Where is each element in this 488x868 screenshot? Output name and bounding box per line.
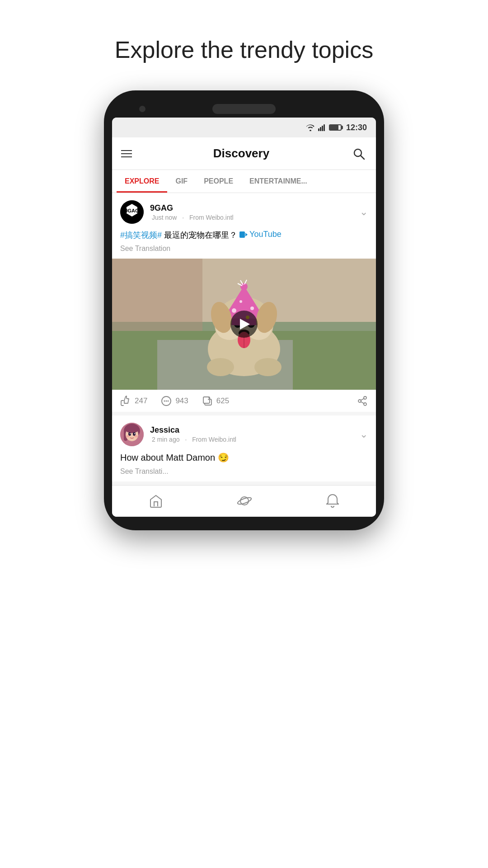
svg-point-58: [133, 432, 136, 436]
search-button[interactable]: [351, 146, 367, 162]
like-count: 247: [135, 396, 147, 406]
post-username: 9GAG: [150, 203, 360, 213]
tab-entertainment[interactable]: ENTERTAINME...: [241, 170, 315, 193]
status-time: 12:30: [346, 123, 367, 132]
svg-line-51: [361, 398, 364, 400]
svg-point-34: [240, 283, 248, 290]
svg-rect-2: [322, 126, 323, 131]
repost-icon: [202, 396, 213, 406]
post-username: Jessica: [150, 425, 360, 435]
post-chevron-icon[interactable]: ⌄: [360, 429, 368, 440]
post-header: 9GAG 9GAG Just now · From Weibo.intl ⌄: [112, 193, 376, 228]
tab-people[interactable]: PEOPLE: [196, 170, 241, 193]
svg-point-45: [168, 400, 169, 401]
9gag-logo-icon: 9GAG: [120, 200, 144, 224]
post-header: Jessica 2 min ago · From Weibo.intl ⌄: [112, 415, 376, 451]
phone-speaker: [212, 104, 276, 114]
svg-point-38: [207, 358, 234, 376]
hashtag-text[interactable]: #搞笑视频#: [120, 231, 162, 240]
feed: 9GAG 9GAG Just now · From Weibo.intl ⌄: [112, 193, 376, 481]
post-body-text: 最逗的宠物在哪里？: [164, 231, 239, 240]
share-icon: [357, 396, 368, 406]
comment-count: 943: [175, 396, 188, 406]
video-icon: [239, 231, 248, 238]
tab-explore[interactable]: EXPLORE: [117, 170, 167, 193]
post-content: #搞笑视频# 最逗的宠物在哪里？ YouTube See Translation: [112, 228, 376, 259]
see-translation[interactable]: See Translation: [120, 243, 368, 254]
svg-line-50: [361, 401, 364, 403]
tab-gif[interactable]: GIF: [167, 170, 196, 193]
youtube-link[interactable]: YouTube: [239, 228, 282, 241]
post-content: How about Matt Damon 😏 See Translati...: [112, 451, 376, 481]
svg-rect-9: [239, 231, 245, 238]
play-button[interactable]: [230, 311, 258, 338]
svg-point-44: [166, 400, 167, 401]
nav-notifications[interactable]: [317, 490, 348, 512]
svg-point-64: [237, 496, 252, 505]
play-icon: [240, 319, 250, 330]
svg-marker-10: [245, 233, 248, 236]
svg-point-61: [126, 435, 130, 437]
nav-discover[interactable]: [228, 491, 261, 511]
action-bar: 247 943: [112, 390, 376, 412]
svg-point-47: [364, 396, 366, 399]
svg-point-30: [232, 308, 236, 313]
post-text: #搞笑视频# 最逗的宠物在哪里？ YouTube: [120, 228, 368, 241]
phone-camera: [139, 106, 145, 112]
like-button[interactable]: 247: [120, 396, 147, 406]
svg-point-31: [250, 307, 254, 310]
svg-rect-13: [112, 259, 202, 331]
post-chevron-icon[interactable]: ⌄: [360, 206, 368, 218]
battery-icon: [329, 124, 342, 131]
comment-icon: [161, 396, 172, 406]
svg-point-57: [128, 432, 131, 436]
jessica-avatar-icon: [120, 423, 144, 446]
post-text: How about Matt Damon 😏: [120, 451, 368, 464]
post-meta: Jessica 2 min ago · From Weibo.intl: [150, 425, 360, 443]
phone-frame: 12:30 Discovery EXPLORE GIF PEOPLE E: [104, 90, 384, 530]
planet-icon: [237, 494, 252, 508]
post-card: Jessica 2 min ago · From Weibo.intl ⌄ Ho…: [112, 415, 376, 481]
bell-icon: [326, 494, 339, 508]
nav-home[interactable]: [140, 491, 172, 511]
svg-point-43: [164, 400, 165, 401]
svg-rect-1: [320, 127, 321, 131]
signal-icon: [318, 124, 326, 131]
header-title: Discovery: [132, 146, 351, 160]
wifi-icon: [305, 124, 315, 131]
svg-rect-3: [324, 124, 325, 131]
post-source: Just now · From Weibo.intl: [150, 214, 360, 221]
svg-point-60: [134, 433, 135, 434]
post-video-thumbnail[interactable]: [112, 259, 376, 390]
repost-count: 625: [216, 396, 229, 406]
svg-text:9GAG: 9GAG: [125, 208, 139, 213]
repost-button[interactable]: 625: [202, 396, 229, 406]
svg-point-62: [134, 435, 138, 437]
status-bar: 12:30: [112, 118, 376, 137]
svg-point-49: [364, 403, 366, 406]
svg-point-32: [239, 300, 242, 303]
share-button[interactable]: [357, 396, 368, 406]
post-source: 2 min ago · From Weibo.intl: [150, 436, 360, 443]
comment-button[interactable]: 943: [161, 396, 188, 406]
see-translation[interactable]: See Translati...: [120, 466, 368, 477]
bottom-nav: [112, 485, 376, 517]
svg-point-48: [358, 400, 361, 402]
search-icon: [352, 147, 365, 160]
svg-point-59: [130, 433, 131, 434]
hamburger-menu-icon[interactable]: [121, 150, 132, 157]
svg-line-5: [361, 156, 364, 159]
page-heading: Explore the trendy topics: [115, 36, 373, 63]
thumbs-up-icon: [120, 396, 131, 406]
status-icons: 12:30: [305, 123, 367, 132]
tabs-bar: EXPLORE GIF PEOPLE ENTERTAINME...: [112, 170, 376, 193]
home-icon: [149, 494, 163, 508]
phone-screen: 12:30 Discovery EXPLORE GIF PEOPLE E: [112, 118, 376, 517]
avatar: [120, 423, 144, 446]
svg-rect-0: [318, 128, 319, 131]
avatar: 9GAG: [120, 200, 144, 224]
svg-point-39: [254, 358, 282, 376]
app-header: Discovery: [112, 137, 376, 170]
post-card: 9GAG 9GAG Just now · From Weibo.intl ⌄: [112, 193, 376, 412]
phone-notch: [112, 104, 376, 114]
